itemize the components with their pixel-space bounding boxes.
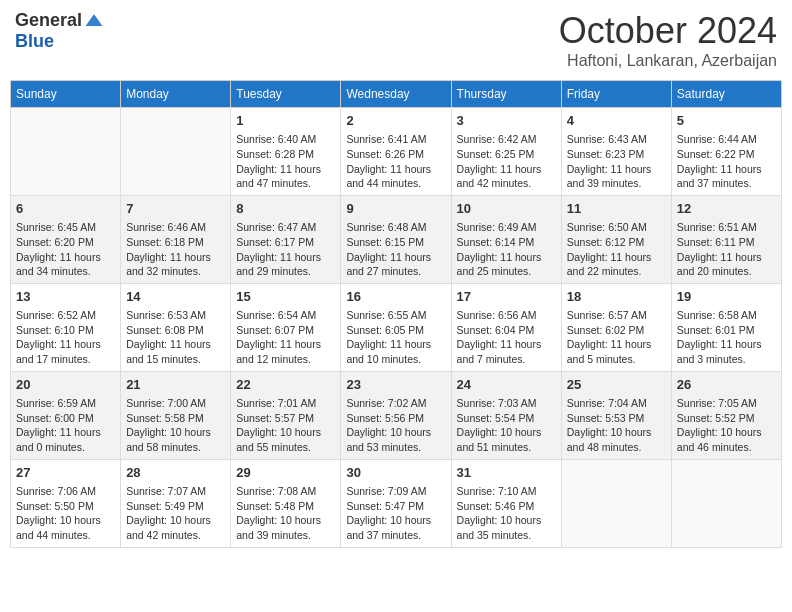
day-info: Sunrise: 7:06 AM Sunset: 5:50 PM Dayligh… [16,484,115,543]
day-number: 4 [567,112,666,130]
day-info: Sunrise: 6:55 AM Sunset: 6:05 PM Dayligh… [346,308,445,367]
calendar-cell: 6Sunrise: 6:45 AM Sunset: 6:20 PM Daylig… [11,195,121,283]
calendar-cell: 5Sunrise: 6:44 AM Sunset: 6:22 PM Daylig… [671,108,781,196]
day-header-wednesday: Wednesday [341,81,451,108]
day-number: 14 [126,288,225,306]
day-number: 29 [236,464,335,482]
calendar-cell: 23Sunrise: 7:02 AM Sunset: 5:56 PM Dayli… [341,371,451,459]
day-info: Sunrise: 6:40 AM Sunset: 6:28 PM Dayligh… [236,132,335,191]
day-header-tuesday: Tuesday [231,81,341,108]
day-info: Sunrise: 7:00 AM Sunset: 5:58 PM Dayligh… [126,396,225,455]
day-info: Sunrise: 6:47 AM Sunset: 6:17 PM Dayligh… [236,220,335,279]
day-number: 30 [346,464,445,482]
calendar-cell: 25Sunrise: 7:04 AM Sunset: 5:53 PM Dayli… [561,371,671,459]
day-info: Sunrise: 6:56 AM Sunset: 6:04 PM Dayligh… [457,308,556,367]
day-info: Sunrise: 6:52 AM Sunset: 6:10 PM Dayligh… [16,308,115,367]
calendar-cell: 26Sunrise: 7:05 AM Sunset: 5:52 PM Dayli… [671,371,781,459]
day-number: 31 [457,464,556,482]
day-number: 22 [236,376,335,394]
day-number: 6 [16,200,115,218]
day-number: 12 [677,200,776,218]
day-number: 27 [16,464,115,482]
day-info: Sunrise: 7:02 AM Sunset: 5:56 PM Dayligh… [346,396,445,455]
calendar-cell: 12Sunrise: 6:51 AM Sunset: 6:11 PM Dayli… [671,195,781,283]
day-number: 28 [126,464,225,482]
calendar-cell: 11Sunrise: 6:50 AM Sunset: 6:12 PM Dayli… [561,195,671,283]
day-header-sunday: Sunday [11,81,121,108]
calendar-cell: 7Sunrise: 6:46 AM Sunset: 6:18 PM Daylig… [121,195,231,283]
day-header-thursday: Thursday [451,81,561,108]
header: General Blue October 2024 Haftoni, Lanka… [10,10,782,70]
day-number: 13 [16,288,115,306]
day-number: 26 [677,376,776,394]
svg-marker-1 [86,16,103,26]
calendar-cell [671,459,781,547]
day-number: 10 [457,200,556,218]
calendar-cell: 18Sunrise: 6:57 AM Sunset: 6:02 PM Dayli… [561,283,671,371]
day-info: Sunrise: 6:53 AM Sunset: 6:08 PM Dayligh… [126,308,225,367]
calendar-week-row: 6Sunrise: 6:45 AM Sunset: 6:20 PM Daylig… [11,195,782,283]
calendar-cell: 30Sunrise: 7:09 AM Sunset: 5:47 PM Dayli… [341,459,451,547]
day-number: 2 [346,112,445,130]
calendar-cell: 21Sunrise: 7:00 AM Sunset: 5:58 PM Dayli… [121,371,231,459]
calendar-cell: 14Sunrise: 6:53 AM Sunset: 6:08 PM Dayli… [121,283,231,371]
calendar-cell: 16Sunrise: 6:55 AM Sunset: 6:05 PM Dayli… [341,283,451,371]
calendar-cell: 8Sunrise: 6:47 AM Sunset: 6:17 PM Daylig… [231,195,341,283]
day-info: Sunrise: 6:45 AM Sunset: 6:20 PM Dayligh… [16,220,115,279]
title-area: October 2024 Haftoni, Lankaran, Azerbaij… [559,10,777,70]
day-number: 9 [346,200,445,218]
calendar-cell: 9Sunrise: 6:48 AM Sunset: 6:15 PM Daylig… [341,195,451,283]
logo: General Blue [15,10,104,52]
day-number: 19 [677,288,776,306]
day-info: Sunrise: 6:50 AM Sunset: 6:12 PM Dayligh… [567,220,666,279]
month-title: October 2024 [559,10,777,52]
calendar-cell: 17Sunrise: 6:56 AM Sunset: 6:04 PM Dayli… [451,283,561,371]
calendar-cell: 22Sunrise: 7:01 AM Sunset: 5:57 PM Dayli… [231,371,341,459]
day-number: 18 [567,288,666,306]
day-header-saturday: Saturday [671,81,781,108]
calendar-cell [11,108,121,196]
calendar-cell: 27Sunrise: 7:06 AM Sunset: 5:50 PM Dayli… [11,459,121,547]
day-number: 3 [457,112,556,130]
day-info: Sunrise: 6:41 AM Sunset: 6:26 PM Dayligh… [346,132,445,191]
day-number: 20 [16,376,115,394]
calendar-week-row: 1Sunrise: 6:40 AM Sunset: 6:28 PM Daylig… [11,108,782,196]
day-info: Sunrise: 7:03 AM Sunset: 5:54 PM Dayligh… [457,396,556,455]
day-info: Sunrise: 7:04 AM Sunset: 5:53 PM Dayligh… [567,396,666,455]
day-info: Sunrise: 6:51 AM Sunset: 6:11 PM Dayligh… [677,220,776,279]
day-number: 8 [236,200,335,218]
calendar-cell: 13Sunrise: 6:52 AM Sunset: 6:10 PM Dayli… [11,283,121,371]
day-info: Sunrise: 6:57 AM Sunset: 6:02 PM Dayligh… [567,308,666,367]
day-info: Sunrise: 6:48 AM Sunset: 6:15 PM Dayligh… [346,220,445,279]
calendar-cell [561,459,671,547]
day-info: Sunrise: 6:43 AM Sunset: 6:23 PM Dayligh… [567,132,666,191]
day-info: Sunrise: 7:07 AM Sunset: 5:49 PM Dayligh… [126,484,225,543]
day-number: 1 [236,112,335,130]
calendar-week-row: 27Sunrise: 7:06 AM Sunset: 5:50 PM Dayli… [11,459,782,547]
day-info: Sunrise: 7:09 AM Sunset: 5:47 PM Dayligh… [346,484,445,543]
day-number: 21 [126,376,225,394]
day-number: 15 [236,288,335,306]
day-number: 23 [346,376,445,394]
calendar-week-row: 20Sunrise: 6:59 AM Sunset: 6:00 PM Dayli… [11,371,782,459]
day-number: 7 [126,200,225,218]
day-header-friday: Friday [561,81,671,108]
day-info: Sunrise: 7:08 AM Sunset: 5:48 PM Dayligh… [236,484,335,543]
day-info: Sunrise: 6:49 AM Sunset: 6:14 PM Dayligh… [457,220,556,279]
calendar-cell: 31Sunrise: 7:10 AM Sunset: 5:46 PM Dayli… [451,459,561,547]
day-info: Sunrise: 7:05 AM Sunset: 5:52 PM Dayligh… [677,396,776,455]
day-info: Sunrise: 6:54 AM Sunset: 6:07 PM Dayligh… [236,308,335,367]
calendar-cell: 2Sunrise: 6:41 AM Sunset: 6:26 PM Daylig… [341,108,451,196]
calendar-cell: 28Sunrise: 7:07 AM Sunset: 5:49 PM Dayli… [121,459,231,547]
calendar-cell: 20Sunrise: 6:59 AM Sunset: 6:00 PM Dayli… [11,371,121,459]
calendar-cell: 24Sunrise: 7:03 AM Sunset: 5:54 PM Dayli… [451,371,561,459]
calendar-table: SundayMondayTuesdayWednesdayThursdayFrid… [10,80,782,548]
calendar-cell: 29Sunrise: 7:08 AM Sunset: 5:48 PM Dayli… [231,459,341,547]
calendar-week-row: 13Sunrise: 6:52 AM Sunset: 6:10 PM Dayli… [11,283,782,371]
calendar-cell: 19Sunrise: 6:58 AM Sunset: 6:01 PM Dayli… [671,283,781,371]
day-info: Sunrise: 7:01 AM Sunset: 5:57 PM Dayligh… [236,396,335,455]
logo-general-text: General [15,10,82,31]
calendar-cell [121,108,231,196]
day-number: 17 [457,288,556,306]
day-number: 24 [457,376,556,394]
